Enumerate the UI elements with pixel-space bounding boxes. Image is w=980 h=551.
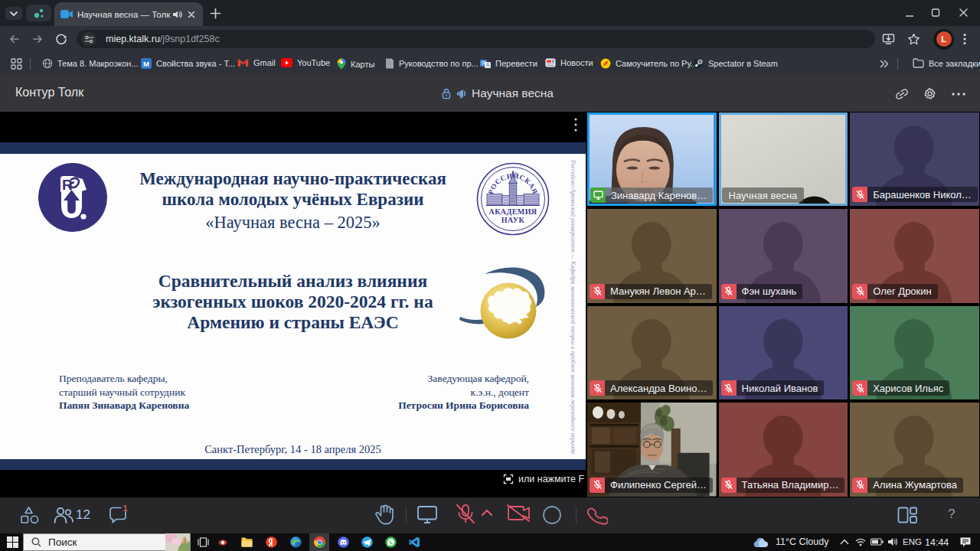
svg-text:1: 1 xyxy=(122,504,127,513)
svg-text:A: A xyxy=(486,62,490,67)
svg-text:M: M xyxy=(143,60,149,68)
